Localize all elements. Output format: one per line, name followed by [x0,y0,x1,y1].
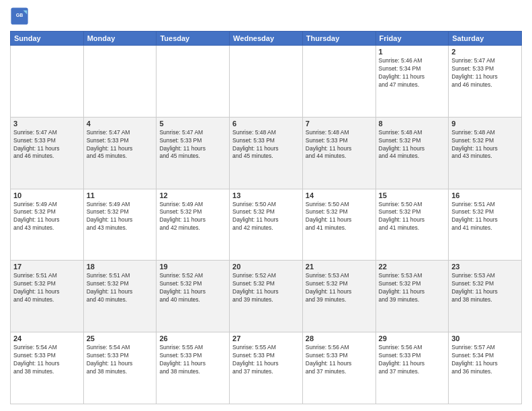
day-info: Sunrise: 5:47 AM Sunset: 5:33 PM Dayligh… [87,129,154,161]
calendar-week-row: 3Sunrise: 5:47 AM Sunset: 5:33 PM Daylig… [11,117,522,189]
calendar-col-header: Monday [83,32,157,46]
day-info: Sunrise: 5:47 AM Sunset: 5:33 PM Dayligh… [451,57,519,89]
day-info: Sunrise: 5:49 AM Sunset: 5:32 PM Dayligh… [13,201,81,233]
day-info: Sunrise: 5:53 AM Sunset: 5:32 PM Dayligh… [451,272,519,304]
calendar-cell: 17Sunrise: 5:51 AM Sunset: 5:32 PM Dayli… [11,261,84,332]
calendar-week-row: 24Sunrise: 5:54 AM Sunset: 5:33 PM Dayli… [11,332,522,404]
calendar-cell: 7Sunrise: 5:48 AM Sunset: 5:33 PM Daylig… [302,117,375,189]
calendar-cell: 13Sunrise: 5:50 AM Sunset: 5:32 PM Dayli… [230,189,303,261]
day-number: 19 [159,263,226,271]
day-info: Sunrise: 5:50 AM Sunset: 5:32 PM Dayligh… [379,201,446,233]
calendar-cell: 25Sunrise: 5:54 AM Sunset: 5:33 PM Dayli… [83,332,157,404]
day-info: Sunrise: 5:49 AM Sunset: 5:32 PM Dayligh… [159,201,226,233]
day-info: Sunrise: 5:55 AM Sunset: 5:33 PM Dayligh… [232,344,300,376]
calendar-cell: 16Sunrise: 5:51 AM Sunset: 5:32 PM Dayli… [449,189,522,261]
calendar-col-header: Saturday [449,32,522,46]
day-number: 29 [379,334,446,342]
day-info: Sunrise: 5:50 AM Sunset: 5:32 PM Dayligh… [232,201,300,233]
day-info: Sunrise: 5:48 AM Sunset: 5:33 PM Dayligh… [306,129,373,161]
day-number: 2 [451,48,519,56]
calendar-header-row: SundayMondayTuesdayWednesdayThursdayFrid… [11,32,522,46]
calendar-col-header: Sunday [11,32,84,46]
day-number: 17 [13,263,81,271]
logo-icon: GB [10,7,29,26]
calendar-cell: 24Sunrise: 5:54 AM Sunset: 5:33 PM Dayli… [11,332,84,404]
day-number: 15 [379,191,446,199]
calendar-cell: 22Sunrise: 5:53 AM Sunset: 5:32 PM Dayli… [375,261,449,332]
day-number: 5 [159,120,226,128]
calendar-cell: 4Sunrise: 5:47 AM Sunset: 5:33 PM Daylig… [83,117,157,189]
day-number: 13 [232,191,300,199]
day-info: Sunrise: 5:47 AM Sunset: 5:33 PM Dayligh… [13,129,81,161]
day-info: Sunrise: 5:53 AM Sunset: 5:32 PM Dayligh… [306,272,373,304]
calendar-cell: 8Sunrise: 5:48 AM Sunset: 5:32 PM Daylig… [375,117,449,189]
calendar-cell: 27Sunrise: 5:55 AM Sunset: 5:33 PM Dayli… [230,332,303,404]
day-number: 14 [306,191,373,199]
calendar-cell: 3Sunrise: 5:47 AM Sunset: 5:33 PM Daylig… [11,117,84,189]
day-number: 24 [13,334,81,342]
calendar-cell: 18Sunrise: 5:51 AM Sunset: 5:32 PM Dayli… [83,261,157,332]
calendar-cell [302,46,375,118]
day-number: 3 [13,120,81,128]
day-number: 22 [379,263,446,271]
day-info: Sunrise: 5:54 AM Sunset: 5:33 PM Dayligh… [87,344,154,376]
svg-text:GB: GB [16,13,24,17]
calendar-col-header: Wednesday [230,32,303,46]
day-info: Sunrise: 5:51 AM Sunset: 5:32 PM Dayligh… [87,272,154,304]
day-number: 23 [451,263,519,271]
day-info: Sunrise: 5:51 AM Sunset: 5:32 PM Dayligh… [13,272,81,304]
day-number: 8 [379,120,446,128]
day-number: 30 [451,334,519,342]
day-info: Sunrise: 5:48 AM Sunset: 5:32 PM Dayligh… [379,129,446,161]
calendar-cell: 19Sunrise: 5:52 AM Sunset: 5:32 PM Dayli… [157,261,230,332]
day-info: Sunrise: 5:48 AM Sunset: 5:33 PM Dayligh… [232,129,300,161]
day-info: Sunrise: 5:52 AM Sunset: 5:32 PM Dayligh… [232,272,300,304]
calendar-cell: 26Sunrise: 5:55 AM Sunset: 5:33 PM Dayli… [157,332,230,404]
calendar-cell: 11Sunrise: 5:49 AM Sunset: 5:32 PM Dayli… [83,189,157,261]
day-info: Sunrise: 5:47 AM Sunset: 5:33 PM Dayligh… [159,129,226,161]
calendar-col-header: Tuesday [157,32,230,46]
calendar-week-row: 1Sunrise: 5:46 AM Sunset: 5:34 PM Daylig… [11,46,522,118]
day-number: 28 [306,334,373,342]
day-info: Sunrise: 5:57 AM Sunset: 5:34 PM Dayligh… [451,344,519,376]
day-number: 16 [451,191,519,199]
calendar-cell: 9Sunrise: 5:48 AM Sunset: 5:32 PM Daylig… [449,117,522,189]
day-number: 21 [306,263,373,271]
day-number: 9 [451,120,519,128]
day-number: 26 [159,334,226,342]
day-number: 11 [87,191,154,199]
day-info: Sunrise: 5:50 AM Sunset: 5:32 PM Dayligh… [306,201,373,233]
day-number: 10 [13,191,81,199]
calendar-cell: 20Sunrise: 5:52 AM Sunset: 5:32 PM Dayli… [230,261,303,332]
calendar-col-header: Friday [375,32,449,46]
day-info: Sunrise: 5:46 AM Sunset: 5:34 PM Dayligh… [379,57,446,89]
day-info: Sunrise: 5:56 AM Sunset: 5:33 PM Dayligh… [379,344,446,376]
calendar-week-row: 10Sunrise: 5:49 AM Sunset: 5:32 PM Dayli… [11,189,522,261]
page: GB SundayMondayTuesdayWednesdayThursdayF… [0,0,532,411]
calendar-cell: 10Sunrise: 5:49 AM Sunset: 5:32 PM Dayli… [11,189,84,261]
calendar-cell [157,46,230,118]
day-info: Sunrise: 5:52 AM Sunset: 5:32 PM Dayligh… [159,272,226,304]
calendar-cell: 30Sunrise: 5:57 AM Sunset: 5:34 PM Dayli… [449,332,522,404]
calendar-cell: 12Sunrise: 5:49 AM Sunset: 5:32 PM Dayli… [157,189,230,261]
day-info: Sunrise: 5:48 AM Sunset: 5:32 PM Dayligh… [451,129,519,161]
day-info: Sunrise: 5:54 AM Sunset: 5:33 PM Dayligh… [13,344,81,376]
calendar-cell: 14Sunrise: 5:50 AM Sunset: 5:32 PM Dayli… [302,189,375,261]
day-info: Sunrise: 5:56 AM Sunset: 5:33 PM Dayligh… [306,344,373,376]
day-info: Sunrise: 5:51 AM Sunset: 5:32 PM Dayligh… [451,201,519,233]
day-number: 7 [306,120,373,128]
calendar-cell: 28Sunrise: 5:56 AM Sunset: 5:33 PM Dayli… [302,332,375,404]
calendar-cell: 2Sunrise: 5:47 AM Sunset: 5:33 PM Daylig… [449,46,522,118]
calendar-cell: 21Sunrise: 5:53 AM Sunset: 5:32 PM Dayli… [302,261,375,332]
day-info: Sunrise: 5:49 AM Sunset: 5:32 PM Dayligh… [87,201,154,233]
day-number: 12 [159,191,226,199]
calendar-cell: 1Sunrise: 5:46 AM Sunset: 5:34 PM Daylig… [375,46,449,118]
day-number: 27 [232,334,300,342]
calendar-week-row: 17Sunrise: 5:51 AM Sunset: 5:32 PM Dayli… [11,261,522,332]
calendar-cell: 5Sunrise: 5:47 AM Sunset: 5:33 PM Daylig… [157,117,230,189]
calendar-table: SundayMondayTuesdayWednesdayThursdayFrid… [10,31,522,404]
day-number: 18 [87,263,154,271]
calendar-cell: 29Sunrise: 5:56 AM Sunset: 5:33 PM Dayli… [375,332,449,404]
calendar-cell [83,46,157,118]
calendar-cell: 6Sunrise: 5:48 AM Sunset: 5:33 PM Daylig… [230,117,303,189]
